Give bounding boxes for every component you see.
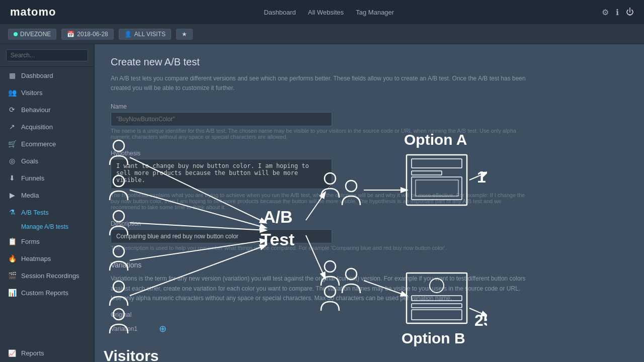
logout-icon[interactable]: ⏻ [626,8,634,17]
sidebar-item-ecommerce[interactable]: 🛒 Ecommerce [0,135,94,152]
settings-icon[interactable]: ⚙ [602,8,609,17]
filter-date[interactable]: 📅 2018-06-28 [61,29,113,40]
ab-tests-icon: ⚗ [8,208,16,216]
top-nav-icons: ⚙ ℹ ⏻ [602,8,634,17]
ecommerce-icon: 🛒 [8,140,16,148]
behaviour-icon: ⟳ [8,106,16,114]
filter-site-label: DIVEZONE [20,31,51,38]
sidebar-item-heatmaps[interactable]: 🔥 Heatmaps [0,250,94,267]
top-nav: matomo Dashboard All Websites Tag Manage… [0,0,644,24]
sidebar-item-dashboard[interactable]: ▦ Dashboard [0,67,94,84]
heatmaps-icon: 🔥 [8,254,16,262]
name-form-group: Name The name is a unique identifier for… [111,103,531,140]
dashboard-icon: ▦ [8,71,16,79]
logo: matomo [10,6,56,19]
variations-title: Variations [111,261,531,269]
star-icon: ★ [182,31,187,38]
hypothesis-form-group: Hypothesis I want to change buy now butt… [111,150,531,210]
sidebar-item-behaviour[interactable]: ⟳ Behaviour [0,101,94,118]
filter-date-label: 2018-06-28 [77,31,108,38]
variation1-label: Variation1 [111,325,151,332]
sidebar-media-label: Media [21,192,39,199]
sidebar-acquisition-label: Acquisition [21,123,53,131]
variation1-row: Variation1 ⊕ [111,322,531,335]
sidebar-item-custom-reports[interactable]: 📊 Custom Reports [0,284,94,301]
variations-desc: Variations is the term for any new versi… [111,274,531,303]
user-icon: 👤 [124,31,132,38]
sidebar-reports[interactable]: 📈 Reports [0,344,94,362]
page-title: Create new A/B test [111,56,531,68]
session-recordings-icon: 🎬 [8,272,16,280]
calendar-icon: 📅 [67,31,74,38]
search-input[interactable] [6,49,88,61]
goals-icon: ◎ [8,157,16,165]
sidebar-session-rec-label: Session Recordings [21,272,79,280]
filter-bar: DIVEZONE 📅 2018-06-28 👤 ALL VISITS ★ [0,24,644,44]
visitors-icon: 👥 [8,88,16,97]
sidebar-item-ab-tests[interactable]: ⚗ A/B Tests [0,204,94,221]
sidebar-item-visitors[interactable]: 👥 Visitors [0,84,94,101]
sidebar-item-acquisition[interactable]: ↗ Acquisition [0,118,94,135]
sidebar-item-goals[interactable]: ◎ Goals [0,152,94,169]
nav-dashboard[interactable]: Dashboard [264,9,296,16]
sidebar-behaviour-label: Behaviour [21,106,51,114]
sidebar: ▦ Dashboard 👥 Visitors ⟳ Behaviour ↗ Acq… [0,44,95,362]
sidebar-funnels-label: Funnels [21,174,44,182]
description-input[interactable] [111,229,332,243]
sidebar-item-session-recordings[interactable]: 🎬 Session Recordings [0,267,94,284]
sidebar-item-forms[interactable]: 📋 Forms [0,233,94,250]
description-label: Description [111,220,531,227]
filter-segment[interactable]: 👤 ALL VISITS [119,29,171,40]
filter-site[interactable]: DIVEZONE [8,29,56,40]
help-icon[interactable]: ℹ [616,8,619,17]
main-content: Create new A/B test An A/B test lets you… [95,44,644,362]
description-form-group: Description The description is used to h… [111,220,531,251]
filter-star[interactable]: ★ [176,29,193,40]
sidebar-visitors-label: Visitors [21,89,42,97]
page-description: An A/B test lets you compare different v… [111,74,531,93]
name-label: Name [111,103,531,110]
reports-icon: 📈 [8,349,16,357]
hypothesis-input[interactable]: I want to change buy now button color. I… [111,159,332,189]
custom-reports-icon: 📊 [8,289,16,297]
sidebar-forms-label: Forms [21,238,40,245]
sidebar-reports-label: Reports [21,349,44,357]
media-icon: ▶ [8,191,16,199]
sidebar-item-funnels[interactable]: ⬇ Funnels [0,169,94,187]
add-variation-button[interactable]: ⊕ [156,322,170,335]
forms-icon: 📋 [8,237,16,245]
sidebar-heatmaps-label: Heatmaps [21,255,51,262]
sidebar-goals-label: Goals [21,157,38,165]
hypothesis-hint: The hypothesis explains what you are try… [111,192,531,210]
top-nav-links: Dashboard All Websites Tag Manager [264,9,394,16]
original-variation-row: Original [111,311,531,318]
sidebar-custom-reports-label: Custom Reports [21,289,68,297]
funnels-icon: ⬇ [8,174,16,182]
sidebar-dashboard-label: Dashboard [21,72,53,79]
sidebar-search-container [0,44,94,67]
sidebar-sub-manage-ab[interactable]: Manage A/B tests [0,221,94,233]
original-label: Original [111,311,151,318]
filter-segment-label: ALL VISITS [134,31,166,38]
name-input[interactable] [111,112,332,126]
description-hint: The description is used to help you reme… [111,245,531,251]
variations-form-group: Variations Variations is the term for an… [111,261,531,335]
nav-all-websites[interactable]: All Websites [308,9,344,16]
main-layout: ▦ Dashboard 👥 Visitors ⟳ Behaviour ↗ Acq… [0,44,644,362]
hypothesis-label: Hypothesis [111,150,531,157]
form-area: Create new A/B test An A/B test lets you… [95,44,547,357]
name-hint: The name is a unique identifier for this… [111,128,531,140]
sidebar-ecommerce-label: Ecommerce [21,140,56,148]
sidebar-item-media[interactable]: ▶ Media [0,187,94,204]
nav-tag-manager[interactable]: Tag Manager [356,9,394,16]
site-dot [14,32,18,36]
acquisition-icon: ↗ [8,123,16,131]
sidebar-ab-tests-label: A/B Tests [21,209,49,216]
